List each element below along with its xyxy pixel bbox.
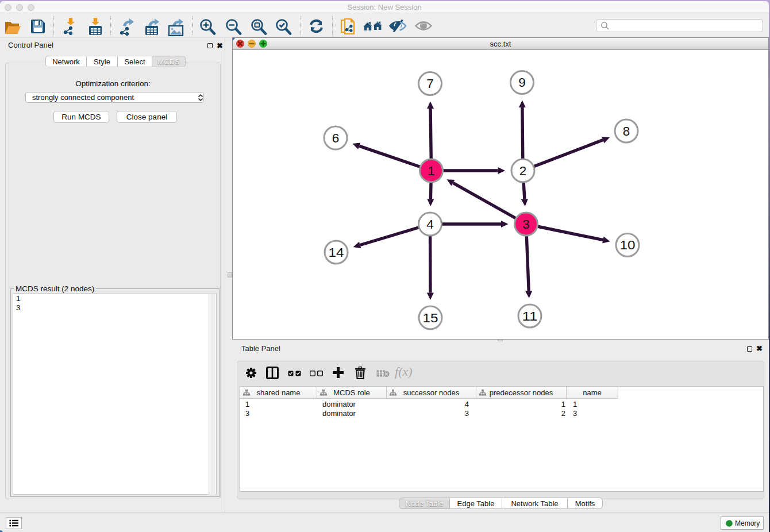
svg-text:9: 9 xyxy=(518,75,526,90)
svg-text:10: 10 xyxy=(620,238,636,252)
svg-text:7: 7 xyxy=(426,76,434,91)
svg-text:1: 1 xyxy=(428,164,435,178)
svg-text:15: 15 xyxy=(423,311,438,325)
svg-text:3: 3 xyxy=(522,217,530,232)
svg-text:4: 4 xyxy=(426,217,434,232)
svg-text:11: 11 xyxy=(522,309,538,323)
svg-text:14: 14 xyxy=(329,245,344,260)
svg-text:2: 2 xyxy=(519,164,527,178)
svg-text:8: 8 xyxy=(623,124,630,138)
svg-text:6: 6 xyxy=(332,131,340,145)
